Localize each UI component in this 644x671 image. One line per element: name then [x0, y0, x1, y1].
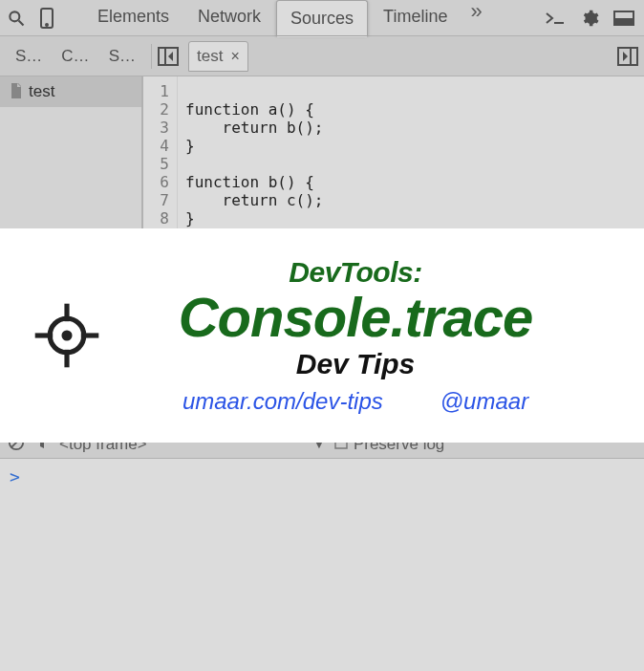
- devtools-toolbar: Elements Network Sources Timeline »: [0, 0, 644, 36]
- navigator-file-label: test: [29, 82, 54, 101]
- subtab-1[interactable]: S…: [6, 41, 52, 72]
- tab-sources[interactable]: Sources: [276, 0, 368, 37]
- settings-gear-icon[interactable]: [579, 8, 600, 29]
- open-file-tab[interactable]: test ×: [188, 41, 248, 72]
- tabs-overflow[interactable]: »: [462, 0, 489, 36]
- file-icon: [10, 83, 23, 101]
- overlay-link-site[interactable]: umaar.com/dev-tips: [182, 388, 383, 415]
- crosshair-icon: [29, 297, 105, 374]
- tab-network[interactable]: Network: [184, 0, 274, 36]
- divider: [151, 44, 152, 69]
- svg-point-19: [64, 333, 70, 338]
- console-prompt: >: [10, 466, 20, 487]
- subtab-2[interactable]: C…: [52, 41, 98, 72]
- toggle-navigator-icon[interactable]: [158, 47, 179, 66]
- overlay-pretitle: DevTools:: [124, 256, 587, 289]
- toggle-debugger-icon[interactable]: [617, 47, 638, 66]
- tab-timeline[interactable]: Timeline: [370, 0, 461, 36]
- subtab-3[interactable]: S…: [99, 41, 145, 72]
- panel-tabs: Elements Network Sources Timeline »: [84, 0, 490, 36]
- svg-rect-6: [614, 19, 633, 25]
- file-tab-label: test: [197, 47, 223, 66]
- console-toggle-icon[interactable]: [545, 8, 566, 29]
- navigator-file[interactable]: test: [0, 76, 141, 107]
- tab-elements[interactable]: Elements: [84, 0, 182, 36]
- close-file-icon[interactable]: ×: [230, 48, 239, 65]
- overlay-title: Console.trace: [124, 289, 587, 347]
- svg-line-1: [19, 20, 24, 25]
- device-icon[interactable]: [36, 8, 57, 29]
- title-overlay: DevTools: Console.trace Dev Tips umaar.c…: [0, 228, 644, 443]
- svg-point-3: [46, 24, 48, 26]
- console-body[interactable]: >: [0, 459, 644, 671]
- sources-subbar: S… C… S… test ×: [0, 36, 644, 76]
- search-icon[interactable]: [6, 8, 27, 29]
- overlay-link-handle[interactable]: @umaar: [440, 388, 528, 415]
- dock-icon[interactable]: [613, 8, 634, 29]
- overlay-subtitle: Dev Tips: [124, 348, 587, 380]
- svg-point-0: [10, 11, 19, 21]
